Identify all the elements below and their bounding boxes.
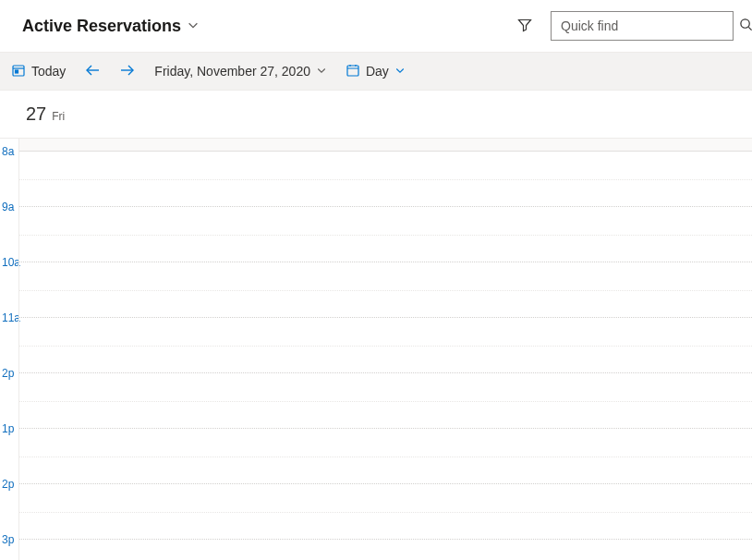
- next-button[interactable]: [112, 57, 143, 86]
- time-label: 2p: [2, 367, 14, 380]
- prev-button[interactable]: [77, 57, 108, 86]
- time-slot[interactable]: [19, 373, 752, 429]
- time-slot[interactable]: [19, 318, 752, 373]
- calendar-toolbar: Today Friday, November 27, 2020 Day: [0, 52, 752, 91]
- header-actions: [512, 11, 734, 41]
- date-picker-button[interactable]: Friday, November 27, 2020: [147, 58, 334, 84]
- search-button[interactable]: [732, 12, 752, 40]
- search-field: [551, 11, 734, 41]
- time-slot[interactable]: [19, 484, 752, 540]
- time-label: 3p: [2, 533, 14, 546]
- view-mode-label: Day: [366, 64, 389, 79]
- search-input[interactable]: [552, 12, 732, 40]
- time-slot[interactable]: [19, 262, 752, 318]
- today-label: Today: [31, 64, 66, 79]
- calendar-today-icon: [11, 63, 26, 80]
- view-selector[interactable]: Active Reservations: [22, 17, 200, 36]
- svg-rect-3: [347, 66, 358, 76]
- time-label: 8a: [2, 145, 14, 158]
- day-abbr: Fri: [52, 110, 65, 123]
- svg-point-0: [741, 19, 749, 28]
- time-slot[interactable]: [19, 540, 752, 560]
- chevron-down-icon: [316, 64, 327, 79]
- calendar-icon: [346, 63, 360, 80]
- time-slot[interactable]: [19, 429, 752, 484]
- time-slot[interactable]: [19, 207, 752, 262]
- time-label: 9a: [2, 201, 14, 213]
- page-header: Active Reservations: [0, 0, 752, 52]
- svg-rect-2: [16, 70, 18, 73]
- chevron-down-icon: [187, 18, 200, 34]
- time-label: 1p: [2, 422, 14, 435]
- filter-button[interactable]: [512, 12, 538, 41]
- calendar-grid[interactable]: 8a 9a 10a 11a 2p 1p 2p 3p: [0, 139, 752, 560]
- time-slot[interactable]: [19, 139, 752, 152]
- search-icon: [739, 18, 752, 34]
- day-header: 27 Fri: [0, 91, 752, 139]
- chevron-down-icon: [394, 64, 406, 79]
- current-date-label: Friday, November 27, 2020: [154, 64, 310, 79]
- day-number: 27: [26, 103, 46, 125]
- time-grid[interactable]: [18, 139, 752, 560]
- time-slot[interactable]: [19, 152, 752, 207]
- page-title: Active Reservations: [22, 17, 181, 36]
- view-mode-button[interactable]: Day: [338, 57, 413, 86]
- time-label: 2p: [2, 478, 14, 491]
- arrow-right-icon: [119, 63, 136, 80]
- arrow-left-icon: [84, 63, 101, 80]
- today-button[interactable]: Today: [4, 57, 73, 86]
- funnel-icon: [517, 18, 532, 35]
